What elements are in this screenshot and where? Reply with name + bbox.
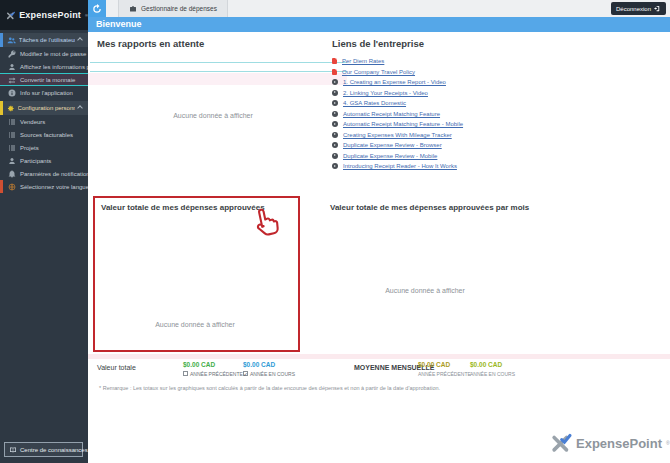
logout-button[interactable]: Déconnexion (611, 2, 666, 15)
expensepoint-window: ExpensePoint® Tâches de l'utilisateur Mo… (0, 0, 670, 463)
monthly-current-year-value: $0.00 CAD (470, 361, 515, 368)
video-icon (332, 132, 338, 138)
logout-label: Déconnexion (616, 6, 651, 12)
list-item[interactable]: 1. Creating an Expense Report - Video (332, 77, 463, 88)
sidebar-item-label: Paramètres de notification (20, 171, 88, 177)
sidebar-item-billable-sources[interactable]: Sources facturables (0, 128, 88, 141)
approved-expenses-empty-message: Aucune donnée à afficher (120, 321, 270, 328)
main-content: Mes rapports en attente Liens de l'entre… (88, 32, 670, 463)
previous-year-label: ANNÉE PRÉCÉDENTE (190, 371, 243, 377)
list-item[interactable]: Duplicate Expense Review - Browser (332, 140, 463, 151)
video-icon (332, 121, 338, 127)
briefcase-icon (129, 5, 137, 13)
pdf-icon (332, 58, 337, 64)
home-refresh-button[interactable] (88, 0, 106, 17)
globe-icon (8, 183, 16, 191)
footnote: * Remarque : Les totaux sur les graphiqu… (99, 385, 440, 391)
person-icon (8, 63, 16, 71)
approved-expenses-title: Valeur totale de mes dépenses approuvées (101, 203, 265, 212)
total-current-year: $0.00 CAD ANNÉE EN COURS (243, 361, 295, 377)
grid-line (90, 71, 347, 72)
list-icon (8, 118, 16, 126)
exchange-icon (8, 76, 16, 84)
list-item[interactable]: 2. Linking Your Receipts - Video (332, 88, 463, 99)
list-item[interactable]: Duplicate Expense Review - Mobile (332, 151, 463, 162)
list-icon (8, 144, 16, 152)
list-item[interactable]: 4. GSA Rates Domestic (332, 98, 463, 109)
sidebar-header-personal-config[interactable]: Configuration personnelle (0, 101, 88, 115)
sidebar-section-personal-config: Configuration personnelle Vendeurs Sourc… (0, 101, 88, 193)
sidebar-item-personal-info[interactable]: Affichez les informations person... (0, 60, 88, 73)
sidebar-item-vendors[interactable]: Vendeurs (0, 115, 88, 128)
expensepoint-x-icon (6, 9, 15, 22)
sidebar-item-label: Sources facturables (20, 132, 73, 138)
info-icon (8, 89, 16, 97)
total-previous-year: $0.00 CAD ANNÉE PRÉCÉDENTE (183, 361, 243, 377)
total-value-label: Valeur totale (97, 364, 136, 371)
total-current-year-value: $0.00 CAD (243, 361, 295, 368)
pdf-icon (332, 69, 337, 75)
sidebar-item-convert-currency[interactable]: Convertir la monnaie (0, 73, 88, 86)
sidebar-item-projects[interactable]: Projets (0, 141, 88, 154)
video-icon (332, 79, 338, 85)
sidebar-item-label: Info sur l'application (20, 90, 73, 96)
brand-name: ExpensePoint (19, 10, 81, 20)
sidebar-item-notification-settings[interactable]: Paramètres de notification (0, 167, 88, 180)
page-title: Bienvenue (88, 17, 670, 32)
monthly-current-year-label: ANNÉE EN COURS (470, 371, 515, 377)
list-item[interactable]: Our Company Travel Policy (332, 67, 463, 78)
monthly-previous-year-label: ANNÉE PRÉCÉDENTE (418, 371, 471, 377)
sidebar-item-change-password[interactable]: Modifiez le mot de passe (0, 47, 88, 60)
previous-year-checkbox[interactable] (183, 371, 188, 376)
gear-icon (7, 104, 15, 113)
list-item[interactable]: Per Diem Rates (332, 56, 463, 67)
top-tab-bar: Gestionnaire de dépenses Déconnexion (88, 0, 670, 17)
sidebar-item-label: Participants (20, 158, 51, 164)
video-icon (332, 153, 338, 159)
hand-cursor-icon (244, 201, 287, 246)
list-item[interactable]: Introducing Receipt Reader - How It Work… (332, 161, 463, 172)
company-links-title: Liens de l'entreprise (332, 38, 424, 49)
total-previous-year-value: $0.00 CAD (183, 361, 243, 368)
video-icon (332, 90, 338, 96)
book-icon (9, 446, 17, 454)
expensepoint-x-icon (550, 432, 572, 454)
app-logo: ExpensePoint® (0, 0, 88, 30)
sidebar-item-select-language[interactable]: Sélectionnez votre langue (0, 180, 88, 193)
pending-reports-empty-message: Aucune donnée à afficher (138, 112, 288, 119)
sidebar-item-app-info[interactable]: Info sur l'application (0, 86, 88, 99)
pending-reports-title: Mes rapports en attente (97, 38, 204, 49)
section-title: Configuration personnelle (18, 105, 75, 111)
grid-row-highlight (88, 73, 347, 85)
chevron-up-icon (77, 105, 83, 111)
current-year-label: ANNÉE EN COURS (250, 371, 295, 377)
approved-monthly-empty-message: Aucune donnée à afficher (350, 287, 500, 294)
sidebar: ExpensePoint® Tâches de l'utilisateur Mo… (0, 0, 88, 463)
tab-expense-manager[interactable]: Gestionnaire de dépenses (118, 0, 228, 17)
video-icon (332, 111, 338, 117)
sidebar-item-participants[interactable]: Participants (0, 154, 88, 167)
list-item[interactable]: Creating Expenses With Mileage Tracker (332, 130, 463, 141)
approved-monthly-title: Valeur totale de mes dépenses approuvées… (330, 203, 529, 212)
chevron-up-icon (77, 37, 83, 43)
monthly-current-year: $0.00 CAD ANNÉE EN COURS (470, 361, 515, 377)
sidebar-item-label: Projets (20, 145, 39, 151)
logout-icon (654, 5, 661, 12)
knowledge-center-label: Centre de connaissances (20, 447, 88, 453)
grid-line (90, 62, 347, 63)
video-icon (332, 142, 338, 148)
users-icon (7, 36, 16, 45)
list-icon (8, 131, 16, 139)
footer-logo: ExpensePoint® (550, 432, 670, 454)
sidebar-header-user-tasks[interactable]: Tâches de l'utilisateur (0, 33, 88, 47)
current-year-checkbox[interactable] (243, 371, 248, 376)
list-item[interactable]: Automatic Receipt Matching Feature (332, 109, 463, 120)
video-icon (332, 163, 338, 169)
row-highlight (88, 354, 670, 359)
key-icon (8, 50, 16, 58)
registered-mark: ® (666, 440, 670, 446)
knowledge-center-button[interactable]: Centre de connaissances (4, 442, 83, 457)
footer-brand-name: ExpensePoint (576, 436, 662, 451)
list-item[interactable]: Automatic Receipt Matching Feature - Mob… (332, 119, 463, 130)
sidebar-item-label: Sélectionnez votre langue (20, 184, 88, 190)
